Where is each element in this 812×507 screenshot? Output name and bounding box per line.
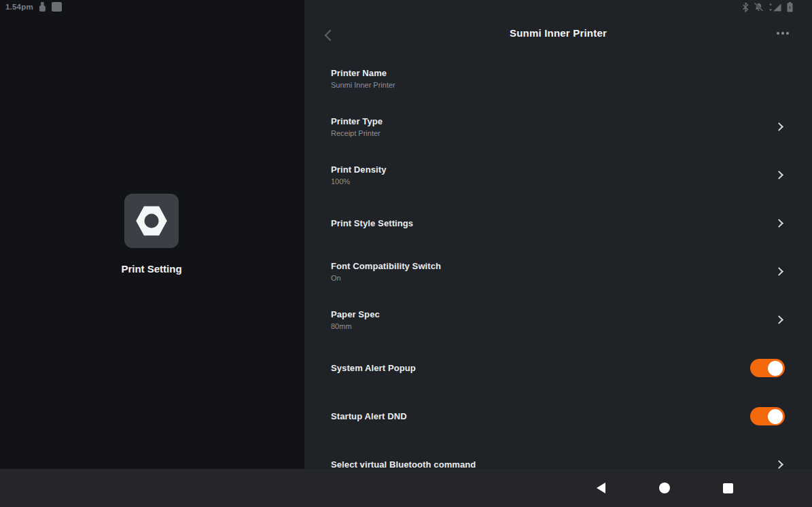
settings-list: Printer NameSunmi Inner PrinterPrinter T… bbox=[331, 54, 785, 469]
bluetooth-icon bbox=[742, 2, 749, 12]
toggle-switch[interactable] bbox=[750, 407, 785, 425]
settings-row[interactable]: Print Style Settings bbox=[331, 199, 785, 247]
print-setting-app[interactable]: Print Setting bbox=[124, 194, 179, 275]
settings-row[interactable]: Startup Alert DND bbox=[331, 392, 785, 440]
setting-title: Printer Type bbox=[331, 116, 383, 126]
settings-row[interactable]: Print Density100% bbox=[331, 151, 785, 199]
wifi-signal-icon bbox=[769, 2, 782, 12]
header: Sunmi Inner Printer bbox=[304, 20, 812, 48]
chevron-right-icon bbox=[775, 267, 783, 276]
settings-row[interactable]: Printer NameSunmi Inner Printer bbox=[331, 54, 785, 103]
notifications-off-icon bbox=[754, 2, 764, 12]
screen: 1.54pm Print Setting bbox=[0, 0, 812, 507]
toggle-switch[interactable] bbox=[750, 359, 785, 377]
setting-title: Print Density bbox=[331, 164, 386, 175]
toggle-knob bbox=[768, 409, 783, 424]
setting-title: Startup Alert DND bbox=[331, 411, 407, 421]
settings-row[interactable]: Font Compatibility SwitchOn bbox=[331, 247, 785, 296]
chevron-right-icon bbox=[775, 219, 783, 228]
back-button[interactable] bbox=[582, 469, 620, 507]
back-triangle-icon bbox=[597, 483, 605, 493]
page-title: Sunmi Inner Printer bbox=[304, 27, 812, 39]
recents-button[interactable] bbox=[709, 469, 747, 507]
setting-title: Font Compatibility Switch bbox=[331, 261, 441, 271]
status-bar-left: 1.54pm bbox=[5, 2, 62, 12]
setting-title: Print Style Settings bbox=[331, 218, 413, 228]
home-button[interactable] bbox=[646, 469, 684, 507]
settings-row[interactable]: Select virtual Bluetooth command bbox=[331, 440, 785, 469]
settings-row[interactable]: System Alert Popup bbox=[331, 344, 785, 392]
home-circle-icon bbox=[659, 483, 670, 493]
more-options-icon[interactable] bbox=[777, 32, 789, 35]
setting-value: 100% bbox=[331, 177, 386, 186]
setting-title: Select virtual Bluetooth command bbox=[331, 459, 476, 469]
setting-title: Paper Spec bbox=[331, 309, 380, 319]
notification-pin-icon bbox=[39, 2, 46, 12]
settings-row[interactable]: Printer TypeReceipt Printer bbox=[331, 103, 785, 151]
battery-charging-icon bbox=[787, 2, 793, 12]
status-bar-right bbox=[742, 2, 793, 12]
navigation-bar: 31 bbox=[0, 469, 812, 507]
printer-nut-icon[interactable] bbox=[124, 194, 179, 248]
setting-value: On bbox=[331, 274, 441, 282]
toggle-knob bbox=[768, 361, 783, 376]
chevron-right-icon bbox=[775, 171, 783, 179]
setting-value: 80mm bbox=[331, 322, 380, 330]
recents-square-icon bbox=[723, 483, 733, 493]
printer-settings-panel: Sunmi Inner Printer Printer NameSunmi In… bbox=[304, 0, 812, 469]
settings-row[interactable]: Paper Spec80mm bbox=[331, 296, 785, 344]
setting-title: System Alert Popup bbox=[331, 363, 416, 373]
notification-app-icon bbox=[52, 2, 62, 12]
chevron-right-icon bbox=[775, 315, 783, 324]
clock: 1.54pm bbox=[5, 3, 33, 11]
setting-title: Printer Name bbox=[331, 68, 395, 78]
app-label: Print Setting bbox=[111, 263, 192, 275]
setting-value: Receipt Printer bbox=[331, 129, 383, 137]
chevron-right-icon bbox=[775, 122, 783, 131]
chevron-right-icon bbox=[775, 460, 783, 469]
setting-value: Sunmi Inner Printer bbox=[331, 81, 395, 89]
launcher-panel: 1.54pm Print Setting bbox=[0, 0, 304, 469]
